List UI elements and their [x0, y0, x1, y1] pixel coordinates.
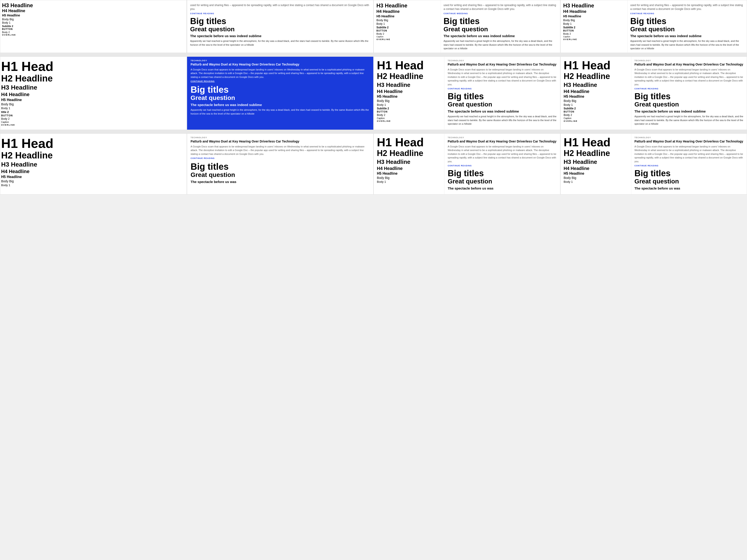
spectacle-r0c1: The spectacle before us was indeed subli… — [190, 34, 370, 38]
continue-reading-r0c1[interactable]: CONTINUE READING — [190, 12, 370, 15]
h3-item: H3 Headline — [2, 2, 185, 8]
h5-r0c3: H5 Headline — [563, 15, 626, 18]
h5-r1c3: H5 Headline — [564, 95, 629, 99]
h1-r1c2: H1 Head — [377, 59, 442, 71]
art-title-r2c1: Patturb and Waymo Duel at Key Hearing Ov… — [191, 139, 370, 143]
spec-r1c2: The spectacle before us was indeed subli… — [447, 109, 557, 114]
cont-r2c2[interactable]: CONTINUE READING — [447, 164, 557, 167]
spec-r0c3: The spectacle before us was indeed subli… — [630, 34, 744, 38]
type-panel-r2c2: H1 Head H2 Headline H3 Headline H4 Headl… — [374, 134, 444, 194]
h3-r0c3: H3 Headline — [563, 2, 626, 9]
body1-item: Body 1 — [2, 21, 185, 24]
h3-r2c0: H3 Headline — [1, 161, 184, 168]
page-layout: H3 Headline H4 Headline H5 Headline Body… — [0, 0, 747, 194]
sub2-r0c2: Subtitle 2 — [377, 26, 439, 29]
type-panel-r2c3: H1 Head H2 Headline H3 Headline H4 Headl… — [561, 134, 631, 194]
body-big-item: Body Big — [2, 18, 185, 21]
btn-r1c0: BUTTON — [1, 114, 184, 117]
tech-r2c1: TECHNOLOGY — [191, 136, 370, 139]
art-body-r0c3: used for writing and sharing files – app… — [630, 3, 744, 11]
gq-r0c2: Great question — [443, 26, 558, 32]
cell-inner-r1c3: H1 Head H2 Headline H3 Headline H4 Headl… — [561, 57, 747, 130]
cap-r1c3: Caption — [564, 117, 629, 119]
art-title-r1c3: Patturb and Waymo Duel at Key Hearing Ov… — [635, 62, 744, 66]
h4-r1c3: H4 Headline — [564, 89, 629, 94]
sub2-r1c2: Subtitle 2 — [377, 107, 442, 110]
great-q-r1c1: Great question — [191, 95, 370, 101]
b1-r2c3: Body 1 — [564, 180, 629, 183]
big-r1c3: Big titles — [635, 92, 744, 101]
spec-r2c3: The spectacle before us was — [635, 186, 744, 191]
cont-r1c1[interactable]: CONTINUE READING — [191, 80, 370, 82]
great-question-r0c1: Great question — [190, 26, 370, 32]
art-body-r1c1: A Google Docs scam that appears to be wi… — [191, 68, 370, 79]
type-panel-r1c2: H1 Head H2 Headline H3 Headline H4 Headl… — [374, 57, 444, 130]
cont-r2c3[interactable]: CONTINUE READING — [635, 164, 744, 167]
tech-r2c3: TECHNOLOGY — [635, 136, 744, 139]
art-title-r2c2: Patturb and Waymo Duel at Key Hearing Ov… — [447, 139, 557, 143]
art-panel-r2c3: TECHNOLOGY Patturb and Waymo Duel at Key… — [631, 134, 747, 194]
sub2-r1c3: Subtitle 2 — [564, 107, 629, 110]
cell-r2c0: H1 Head H2 Headline H3 Headline H4 Headl… — [0, 133, 187, 194]
cell-r0c2: H3 Headline H4 Headline H5 Headline Body… — [374, 0, 560, 53]
h2-r2c0: H2 Headline — [1, 150, 184, 160]
h2-r2c2: H2 Headline — [377, 149, 442, 158]
type-scale-r2c0: H1 Head H2 Headline H3 Headline H4 Headl… — [0, 134, 187, 190]
btn-r0c2: BUTTON — [377, 29, 439, 32]
cap-r0c3: Caption — [563, 35, 626, 38]
h3-r2c2: H3 Headline — [377, 158, 442, 165]
btn-r0c3: BUTTON — [563, 29, 626, 32]
bbig-r0c2: Body Big — [377, 19, 439, 22]
spec-r2c1: The spectacle before us was — [191, 180, 370, 184]
cell-inner-r1c1: TECHNOLOGY Patturb and Waymo Duel at Key… — [187, 57, 374, 130]
art-title-r1c1: Patturb and Waymo Duel at Key Hearing Ov… — [191, 62, 370, 66]
art-panel-r1c2: TECHNOLOGY Patturb and Waymo Duel at Key… — [444, 57, 560, 130]
b1-r1c0: Body 1 — [1, 106, 184, 110]
type-panel-r1c3: H1 Head H2 Headline H3 Headline H4 Headl… — [561, 57, 631, 130]
spec-r2c2: The spectacle before us was — [447, 186, 557, 191]
h4-r1c0: H4 Headline — [1, 91, 184, 98]
h4-r2c0: H4 Headline — [1, 168, 184, 175]
cell-inner-r2c2: H1 Head H2 Headline H3 Headline H4 Headl… — [374, 134, 560, 194]
gq-r0c3: Great question — [630, 26, 744, 32]
btn-r1c2: BUTTON — [377, 110, 442, 113]
h2-r1c3: H2 Headline — [564, 72, 629, 81]
art-body-r0c2: used for writing and sharing files – app… — [443, 3, 558, 11]
row-divider-2 — [0, 130, 747, 133]
body-para-r0c1: Apparently we had reached a great height… — [190, 39, 370, 47]
cont-r1c2[interactable]: CONTINUE READING — [447, 87, 557, 90]
sub2-r1c0: title 2 — [1, 110, 184, 114]
h2-r1c2: H2 Headline — [377, 72, 442, 81]
big-titles-r1c1: Big titles — [191, 85, 370, 94]
b2-r1c3: Body 2 — [564, 113, 629, 116]
h5-r0c2: H5 Headline — [377, 15, 439, 18]
b2-r1c2: Body 2 — [377, 113, 442, 116]
b1-r0c2: Body 1 — [377, 22, 439, 25]
gq-r1c3: Great question — [635, 101, 744, 108]
sub2-r0c3: Subtitle 2 — [563, 26, 626, 29]
tech-r1c1: TECHNOLOGY — [191, 59, 370, 62]
h4-r0c2: H4 Headline — [377, 9, 439, 14]
tech-r1c3: TECHNOLOGY — [635, 59, 744, 62]
spec-r1c3: The spectacle before us was indeed subli… — [635, 109, 744, 114]
big-r0c2: Big titles — [443, 17, 558, 25]
spec-r0c2: The spectacle before us was indeed subli… — [443, 34, 558, 38]
art-panel-r1c3: TECHNOLOGY Patturb and Waymo Duel at Key… — [631, 57, 747, 130]
h2-r1c0: H2 Headline — [1, 73, 184, 83]
cap-r1c0: Caption — [1, 121, 184, 123]
article-panel-r0c1: used for writing and sharing files – app… — [187, 0, 374, 49]
h5-r1c0: H5 Headline — [1, 98, 184, 102]
cont-r2c1[interactable]: CONTINUE READING — [191, 157, 370, 159]
type-panel-r0c2: H3 Headline H4 Headline H5 Headline Body… — [374, 0, 441, 53]
cont-read-r0c3[interactable]: CONTINUE READING — [630, 12, 744, 15]
cont-r1c3[interactable]: CONTINUE READING — [635, 87, 744, 90]
h4-item: H4 Headline — [2, 9, 185, 13]
body2-item: Body 2 — [2, 31, 185, 33]
cont-weed-r0c2[interactable]: CONTINUE WEEDING — [443, 12, 558, 15]
cell-r2c1: TECHNOLOGY Patturb and Waymo Duel at Key… — [187, 133, 374, 194]
h4-r2c3: H4 Headline — [564, 166, 629, 171]
cell-r0c3: H3 Headline H4 Headline H5 Headline Body… — [560, 0, 747, 53]
art-body-r2c1: A Google Docs scam that appears to be wi… — [191, 145, 370, 156]
bp-r0c2: Apparently we had reached a great height… — [443, 39, 558, 50]
b1-r2c2: Body 1 — [377, 180, 442, 183]
